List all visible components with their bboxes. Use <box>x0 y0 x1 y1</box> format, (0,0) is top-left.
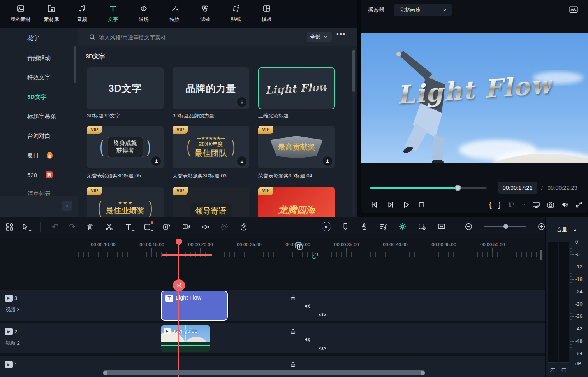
track-thumb: ▶3 <box>5 295 17 302</box>
speed-timer-button[interactable] <box>239 223 248 231</box>
text-to-speech-button[interactable] <box>181 222 191 231</box>
more-options-button[interactable]: ••• <box>336 30 346 38</box>
jump-to-playhead-button[interactable] <box>507 200 516 209</box>
template-card-award-05[interactable]: 终身成就 获得者 VIP <box>87 126 164 168</box>
mark-out-button[interactable]: } <box>498 200 502 209</box>
tab-filters[interactable]: 滤镜 <box>194 4 217 23</box>
tab-stickers[interactable]: 贴纸 <box>225 4 247 23</box>
playback-slider-knob[interactable] <box>455 185 461 191</box>
undo-button[interactable]: ↶ <box>52 222 59 231</box>
zoom-out-icon <box>464 222 473 231</box>
sidebar-item-huazi[interactable]: 花字 <box>27 35 39 42</box>
quality-dropdown[interactable]: 完整画质 <box>394 4 452 16</box>
track-visibility-button[interactable] <box>50 310 588 319</box>
zoom-out-button[interactable] <box>464 222 473 231</box>
template-card-leader-message[interactable]: 领导寄语 VIP <box>173 187 249 217</box>
sidebar-item-dialogue[interactable]: 台词对白 <box>27 132 51 140</box>
clip-duration-icon <box>417 222 427 231</box>
tab-text[interactable]: 文字 <box>102 4 124 23</box>
zoom-in-button[interactable] <box>537 222 546 231</box>
sidebar-scrollbar[interactable] <box>74 46 76 83</box>
sidebar-item-520[interactable]: 520 <box>27 172 37 178</box>
sidebar-item-summer[interactable]: 夏日 <box>27 152 39 159</box>
audio-mixer-button[interactable] <box>379 222 388 231</box>
fullscreen-button[interactable] <box>575 200 583 209</box>
scopes-button[interactable] <box>568 5 579 15</box>
redo-button[interactable]: ↷ <box>69 222 76 231</box>
zoom-slider-knob[interactable] <box>503 224 508 229</box>
track-lock-button[interactable] <box>20 294 565 302</box>
collapse-sidebar-button[interactable]: ‹ <box>62 201 72 211</box>
snapshot-button[interactable] <box>546 200 555 209</box>
sidebar-item-title-caption[interactable]: 标题字幕条 <box>27 113 56 120</box>
template-card-3d-text[interactable]: 3D文字 <box>87 67 164 109</box>
template-card-award-04[interactable]: 最高贡献奖 VIP <box>258 126 335 168</box>
volume-panel-title[interactable]: 音量 <box>556 226 567 233</box>
download-button[interactable] <box>151 156 161 166</box>
timeline-horizontal-scrollbar[interactable] <box>103 370 425 375</box>
tab-templates[interactable]: 模板 <box>255 4 278 23</box>
media-type-tabs: 我的素材 素材库 音频 文字 转场 特效 <box>0 0 357 28</box>
download-button[interactable] <box>323 156 332 166</box>
previous-frame-button[interactable] <box>370 200 380 210</box>
sidebar-item-audio-driven[interactable]: 音频驱动 <box>27 54 51 62</box>
track-lock-button[interactable] <box>20 327 565 335</box>
grid-scrollbar-thumb[interactable] <box>352 50 355 92</box>
collapse-volume-icon[interactable] <box>574 229 577 231</box>
video-clip-user-guide[interactable]: ▶ user guide <box>161 325 210 352</box>
voiceover-button[interactable] <box>360 222 369 231</box>
tab-my-media[interactable]: 我的素材 <box>9 4 32 23</box>
sidebar-item-3d-text[interactable]: 3D文字 <box>27 93 46 101</box>
template-card-brand-power[interactable]: 品牌的力量 <box>173 67 249 109</box>
tab-transitions[interactable]: 转场 <box>132 4 155 23</box>
text-tool-button[interactable] <box>124 223 133 231</box>
mute-button[interactable] <box>560 200 570 209</box>
track-mute-button[interactable] <box>35 335 580 344</box>
snap-toggle-button[interactable] <box>398 222 407 231</box>
template-card-award-03[interactable]: —★★★★★— 20XX年度 最佳团队 VIP <box>173 126 249 168</box>
snapping-icon <box>398 222 407 231</box>
template-card-light-flow[interactable]: Light Flow <box>258 67 335 109</box>
play-button[interactable] <box>401 200 411 210</box>
trash-icon <box>86 223 95 231</box>
download-button[interactable] <box>237 156 246 166</box>
next-frame-button[interactable] <box>386 200 395 210</box>
track-lock-button[interactable] <box>20 360 565 368</box>
search-input[interactable] <box>98 31 287 44</box>
tab-audio[interactable]: 音频 <box>71 4 93 23</box>
timeline-vertical-scrollbar[interactable] <box>540 250 542 260</box>
playhead-line[interactable] <box>178 239 179 377</box>
section-title: 3D文字 <box>86 53 105 60</box>
select-tool-button[interactable] <box>21 223 30 231</box>
delete-button[interactable] <box>86 223 95 231</box>
tab-effects[interactable]: 特效 <box>163 4 186 23</box>
color-palette-button[interactable] <box>220 223 229 231</box>
download-button[interactable] <box>237 97 246 107</box>
timeline-zoom-slider[interactable] <box>484 226 526 227</box>
card-preview-text: 领导寄语 <box>195 206 227 216</box>
split-at-playhead-button[interactable] <box>173 279 185 291</box>
tab-stock-media[interactable]: 素材库 <box>40 4 63 23</box>
media-layout-button[interactable] <box>5 222 14 232</box>
sidebar-item-effect-text[interactable]: 特效文字 <box>27 74 51 81</box>
template-card-best-performance[interactable]: ★ ★ ★ 最佳业绩奖 VIP <box>87 187 164 217</box>
mask-crop-button[interactable] <box>143 223 152 231</box>
speech-to-text-button[interactable] <box>162 222 171 231</box>
video-preview[interactable]: Light Flow <box>361 33 588 163</box>
mirror-display-button[interactable] <box>532 200 541 209</box>
fit-timeline-button[interactable] <box>437 222 446 231</box>
keyframe-button[interactable] <box>201 223 210 231</box>
meter-scale-label: -54 <box>575 351 583 356</box>
stop-button[interactable] <box>417 200 426 210</box>
split-button[interactable] <box>105 223 114 231</box>
filter-dropdown[interactable]: 全部 <box>307 32 332 42</box>
mark-in-button[interactable]: { <box>488 200 492 209</box>
text-clip-light-flow[interactable]: T Light Flow <box>161 291 228 321</box>
track-mute-button[interactable] <box>35 302 580 310</box>
marker-button[interactable] <box>341 222 350 231</box>
template-card-dragon[interactable]: 龙腾四海 VIP <box>258 187 335 217</box>
render-preview-button[interactable]: ▶ <box>322 222 331 231</box>
track-visibility-button[interactable] <box>50 344 588 352</box>
clip-duration-button[interactable] <box>417 222 427 231</box>
jump-options-caret[interactable] <box>521 202 526 208</box>
